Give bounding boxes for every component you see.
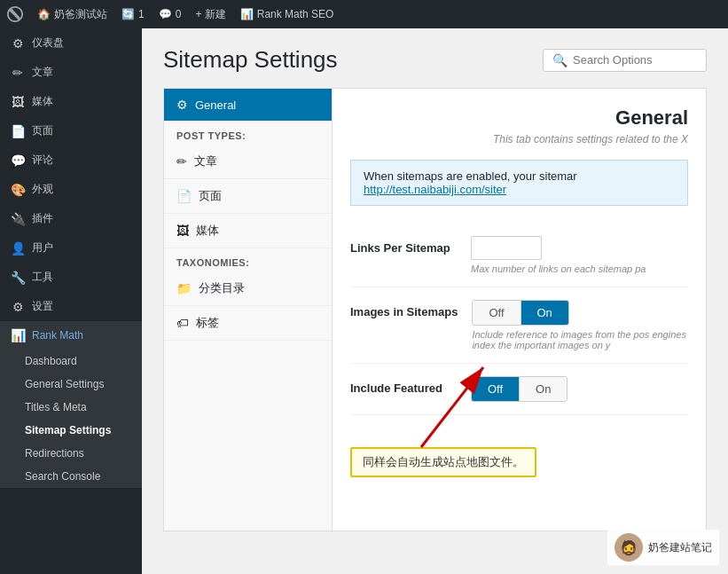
sidebar-item-plugins[interactable]: 🔌 插件	[0, 204, 142, 233]
plugins-icon: 🔌	[11, 212, 25, 226]
rankmath-submenu: Dashboard General Settings Titles & Meta…	[0, 350, 142, 488]
sidebar-item-pages[interactable]: 📄 页面	[0, 116, 142, 145]
search-options-box[interactable]: 🔍	[543, 49, 707, 72]
sidebar-item-tools[interactable]: 🔧 工具	[0, 263, 142, 292]
posts-tab-icon: ✏	[176, 154, 187, 169]
watermark: 🧔 奶爸建站笔记	[607, 530, 719, 565]
links-per-sitemap-control: 200 Max number of links on each sitemap …	[471, 236, 688, 274]
general-tab-icon: ⚙	[176, 98, 188, 112]
sidebar: ⚙ 仪表盘 ✏ 文章 🖼 媒体 📄 页面 💬 评论 🎨 外观 🔌 插件 👤	[0, 28, 142, 574]
posts-icon: ✏	[11, 66, 25, 80]
tab-panel: ⚙ General Post Types: ✏ 文章 📄 页面 🖼 媒体	[164, 89, 333, 531]
page-title: Sitemap Settings	[163, 46, 338, 74]
comment-icon: 💬	[159, 8, 172, 20]
settings-content: General This tab contains settings relat…	[333, 89, 706, 531]
home-icon: 🏠	[37, 8, 51, 20]
admin-bar-rankmath[interactable]: 📊 Rank Math SEO	[240, 8, 334, 20]
appearance-icon: 🎨	[11, 183, 25, 197]
admin-bar-updates[interactable]: 🔄 1	[121, 8, 145, 20]
users-icon: 👤	[11, 241, 25, 256]
images-toggle-on[interactable]: On	[521, 301, 568, 325]
tags-tab-icon: 🏷	[176, 316, 189, 330]
search-options-input[interactable]	[573, 53, 697, 67]
sitemap-notice: When sitemaps are enabled, your sitemar …	[350, 160, 688, 206]
tab-tags[interactable]: 🏷 标签	[164, 306, 332, 341]
tools-icon: 🔧	[11, 271, 25, 285]
images-in-sitemaps-desc: Include reference to images from the pos…	[472, 329, 688, 350]
sitemap-link[interactable]: http://test.naibabiji.com/siter	[364, 183, 506, 196]
taxonomies-label: Taxonomies:	[164, 248, 332, 271]
annotation-box: 同样会自动生成站点地图文件。	[350, 447, 536, 477]
sidebar-item-media[interactable]: 🖼 媒体	[0, 87, 142, 116]
links-per-sitemap-desc: Max number of links on each sitemap pa	[471, 263, 688, 274]
settings-layout: ⚙ General Post Types: ✏ 文章 📄 页面 🖼 媒体	[163, 88, 707, 531]
tab-general[interactable]: ⚙ General	[164, 89, 332, 122]
tab-categories[interactable]: 📁 分类目录	[164, 271, 332, 306]
submenu-redirections[interactable]: Redirections	[0, 442, 142, 465]
media-icon: 🖼	[11, 95, 25, 109]
media-tab-icon: 🖼	[176, 224, 189, 238]
sidebar-item-dashboard[interactable]: ⚙ 仪表盘	[0, 28, 142, 58]
submenu-sitemap-settings[interactable]: Sitemap Settings	[0, 419, 142, 442]
submenu-dashboard[interactable]: Dashboard	[0, 350, 142, 373]
pages-icon: 📄	[11, 124, 25, 138]
links-per-sitemap-input[interactable]: 200	[471, 236, 542, 260]
sidebar-item-users[interactable]: 👤 用户	[0, 233, 142, 263]
admin-bar-home[interactable]: 🏠 奶爸测试站	[37, 7, 107, 22]
categories-tab-icon: 📁	[176, 281, 192, 295]
annotation-area: 同样会自动生成站点地图文件。	[350, 447, 536, 477]
dashboard-icon: ⚙	[11, 36, 25, 51]
featured-toggle-group: Off On	[471, 376, 568, 402]
images-in-sitemaps-control: Off On Include reference to images from …	[472, 300, 688, 350]
admin-bar: 🏠 奶爸测试站 🔄 1 💬 0 + 新建 📊 Rank Math SEO	[0, 0, 728, 28]
search-icon: 🔍	[552, 53, 568, 67]
rankmath-icon: 📊	[11, 328, 25, 342]
images-in-sitemaps-label: Images in Sitemaps	[350, 300, 458, 318]
admin-bar-new[interactable]: + 新建	[195, 7, 225, 22]
tab-media[interactable]: 🖼 媒体	[164, 214, 332, 248]
page-header: Sitemap Settings 🔍	[163, 46, 707, 74]
setting-row-links: Links Per Sitemap 200 Max number of link…	[350, 224, 688, 287]
submenu-search-console[interactable]: Search Console	[0, 465, 142, 488]
images-toggle-off[interactable]: Off	[473, 301, 521, 325]
comments-icon: 💬	[11, 153, 25, 168]
submenu-general-settings[interactable]: General Settings	[0, 373, 142, 396]
sidebar-item-rankmath[interactable]: 📊 Rank Math	[0, 321, 142, 350]
admin-bar-comments[interactable]: 💬 0	[159, 8, 182, 20]
submenu-titles-meta[interactable]: Titles & Meta	[0, 396, 142, 419]
watermark-avatar: 🧔	[614, 533, 643, 562]
wp-logo-button[interactable]	[7, 6, 23, 22]
settings-panel-desc: This tab contains settings related to th…	[350, 133, 688, 145]
featured-toggle-on[interactable]: On	[520, 377, 567, 401]
links-per-sitemap-label: Links Per Sitemap	[350, 236, 457, 255]
sidebar-item-posts[interactable]: ✏ 文章	[0, 58, 142, 87]
sidebar-item-settings[interactable]: ⚙ 设置	[0, 292, 142, 321]
sidebar-item-comments[interactable]: 💬 评论	[0, 145, 142, 175]
images-toggle-group: Off On	[472, 300, 568, 326]
settings-icon: ⚙	[11, 300, 25, 314]
include-featured-label: Include Featured	[350, 376, 457, 395]
sidebar-item-appearance[interactable]: 🎨 外观	[0, 175, 142, 204]
tab-posts[interactable]: ✏ 文章	[164, 145, 332, 179]
tab-pages[interactable]: 📄 页面	[164, 179, 332, 214]
include-featured-control: Off On	[471, 376, 688, 402]
featured-toggle-off[interactable]: Off	[472, 377, 520, 401]
post-types-label: Post Types:	[164, 122, 332, 145]
content-area: Sitemap Settings 🔍 ⚙ General Post Types:	[142, 28, 728, 574]
update-icon: 🔄	[121, 8, 135, 20]
setting-row-featured: Include Featured Off On	[350, 364, 688, 415]
setting-row-images: Images in Sitemaps Off On Include refere…	[350, 287, 688, 364]
pages-tab-icon: 📄	[176, 189, 192, 203]
rankmath-bar-icon: 📊	[240, 8, 254, 20]
settings-panel-title: General	[350, 106, 688, 130]
